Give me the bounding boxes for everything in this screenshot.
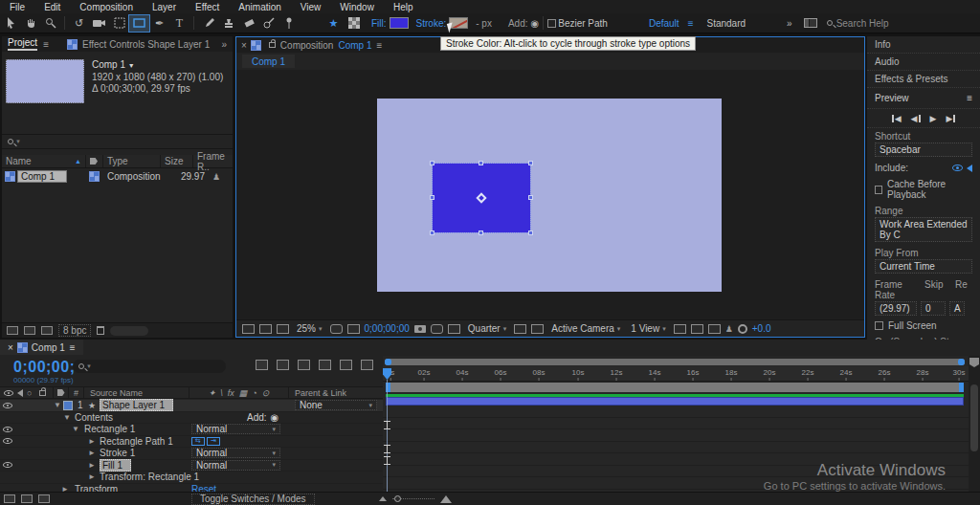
column-label[interactable]	[86, 155, 103, 167]
bezier-path-checkbox[interactable]	[547, 19, 556, 28]
panel-menu-icon[interactable]: ≡	[376, 40, 382, 51]
cache-before-playback-row[interactable]: Cache Before Playback	[867, 176, 980, 203]
project-item-name[interactable]: Comp 1	[17, 170, 67, 183]
gear-icon[interactable]	[738, 324, 747, 334]
include-audio-speaker-icon[interactable]	[967, 165, 972, 172]
type-tool-icon[interactable]: T	[169, 15, 189, 32]
shortcut-dropdown[interactable]: Spacebar	[875, 143, 972, 157]
puppet-pin-tool-icon[interactable]	[278, 15, 299, 32]
project-search[interactable]: ▼	[2, 134, 233, 149]
hide-shy-layers-icon[interactable]	[298, 360, 310, 370]
menu-help[interactable]: Help	[384, 2, 423, 12]
zoom-in-mountain-icon[interactable]	[440, 495, 452, 503]
layer-row-shape-layer-1[interactable]: ▼ 1 ★ Shape Layer 1 None ▾	[0, 400, 383, 412]
primary-viewer-icon[interactable]	[259, 324, 272, 334]
expand-in-out-icon[interactable]	[38, 494, 50, 503]
menu-composition[interactable]: Composition	[70, 2, 143, 12]
selection-handle[interactable]	[430, 161, 434, 165]
column-number[interactable]: #	[69, 387, 84, 398]
exposure-value[interactable]: +0.0	[752, 323, 771, 334]
group-row-stroke-1[interactable]: ► Stroke 1 Normal ▾	[0, 448, 383, 460]
menu-window[interactable]: Window	[330, 2, 384, 12]
group-row-transform-rectangle-1[interactable]: ► Transform: Rectangle 1	[0, 472, 383, 484]
twirl-down-icon[interactable]: ▼	[72, 425, 79, 433]
mask-visibility-icon[interactable]	[347, 324, 360, 334]
lock-icon[interactable]	[39, 390, 46, 396]
close-icon[interactable]: ×	[8, 342, 13, 353]
layer-eye-icon[interactable]	[3, 403, 12, 408]
rectangle-tool-icon[interactable]	[129, 15, 149, 32]
label-color-swatch[interactable]	[63, 401, 73, 410]
twirl-down-icon[interactable]: ▼	[54, 401, 61, 409]
selection-handle[interactable]	[479, 231, 483, 235]
shape-rectangle[interactable]	[433, 164, 530, 232]
column-name[interactable]: Name ▲	[2, 155, 86, 167]
selection-handle[interactable]	[479, 161, 483, 165]
motion-blur-icon[interactable]	[340, 360, 352, 370]
twirl-down-icon[interactable]: ▼	[63, 413, 71, 422]
zoom-slider-thumb[interactable]	[394, 495, 401, 502]
next-frame-button[interactable]: ▶	[946, 114, 955, 123]
bit-depth-button[interactable]: 8 bpc	[58, 324, 91, 337]
range-dropdown[interactable]: Work Area Extended By C	[875, 217, 972, 242]
comp-info-name[interactable]: Comp 1	[92, 59, 125, 70]
project-row-comp1[interactable]: Comp 1 Composition 29.97 ♟	[2, 169, 233, 184]
region-of-interest-icon[interactable]	[514, 324, 526, 334]
solo-icon[interactable]: ○	[27, 388, 32, 398]
roto-brush-tool-icon[interactable]	[258, 15, 278, 32]
clone-stamp-tool-icon[interactable]	[218, 15, 238, 32]
twirl-right-icon[interactable]: ►	[88, 449, 96, 457]
layer-name[interactable]: Shape Layer 1	[100, 399, 173, 411]
new-folder-icon[interactable]	[24, 326, 35, 335]
interpret-footage-icon[interactable]	[7, 326, 18, 335]
overflow-chevron-icon[interactable]: »	[787, 18, 792, 29]
workspace-menu-icon[interactable]: ≡	[688, 18, 694, 29]
workspace-standard[interactable]: Standard	[706, 18, 746, 29]
column-size[interactable]: Size	[161, 155, 193, 167]
skip-dropdown[interactable]: 0	[921, 301, 946, 316]
add-menu-icon[interactable]: ◉	[531, 18, 540, 29]
menu-effect[interactable]: Effect	[186, 2, 229, 12]
menu-file[interactable]: File	[0, 2, 34, 12]
magnification-dropdown[interactable]: 25%▾	[294, 323, 325, 334]
brush-tool-icon[interactable]	[198, 15, 218, 32]
blend-mode-dropdown[interactable]: Normal ▾	[191, 424, 280, 434]
draft-3d-icon[interactable]	[277, 360, 289, 370]
star-icon[interactable]: ★	[323, 15, 344, 32]
transparency-grid-icon[interactable]	[531, 324, 544, 334]
menu-layer[interactable]: Layer	[143, 2, 186, 12]
tab-composition-comp-name[interactable]: Comp 1	[338, 40, 371, 51]
audio-speaker-icon[interactable]	[17, 389, 23, 397]
layer-eye-icon[interactable]	[3, 438, 12, 444]
delete-icon[interactable]	[97, 326, 104, 335]
expand-layer-switches-icon[interactable]	[4, 494, 15, 503]
camera-tool-icon[interactable]	[89, 15, 109, 32]
tab-project[interactable]: Project	[8, 37, 37, 51]
camera-dropdown[interactable]: Active Camera▾	[548, 323, 623, 334]
tab-effect-controls[interactable]: Effect Controls Shape Layer 1	[82, 39, 210, 50]
play-button[interactable]: ▶	[930, 114, 937, 123]
first-frame-button[interactable]: ◀	[892, 114, 902, 123]
tab-composition-label[interactable]: Composition	[280, 40, 334, 51]
timeline-vertical-scrollbar[interactable]	[969, 356, 980, 492]
resolution-short-dropdown[interactable]: A	[949, 301, 965, 316]
group-name[interactable]: Rectangle Path 1	[100, 436, 173, 447]
layer-eye-icon[interactable]	[3, 427, 12, 432]
workspace-default[interactable]: Default	[649, 18, 679, 29]
channels-icon[interactable]	[448, 324, 460, 334]
group-name[interactable]: Stroke 1	[100, 448, 135, 458]
layer-1-track[interactable]	[386, 394, 964, 406]
flowchart-icon[interactable]: ♟	[725, 324, 733, 334]
parent-dropdown[interactable]: None ▾	[295, 400, 377, 410]
timeline-button-icon[interactable]	[708, 324, 721, 334]
blend-mode-dropdown[interactable]: Normal ▾	[191, 460, 280, 471]
blend-mode-dropdown[interactable]: Normal ▾	[191, 448, 280, 458]
twirl-right-icon[interactable]: ►	[88, 461, 96, 470]
channel-icons[interactable]	[277, 324, 289, 334]
lock-icon[interactable]	[269, 42, 276, 48]
twirl-right-icon[interactable]: ►	[88, 437, 96, 446]
timeline-navigator-bar[interactable]	[385, 359, 965, 365]
fast-previews-icon[interactable]	[691, 324, 703, 334]
hand-tool-icon[interactable]	[20, 15, 40, 32]
group-name[interactable]: Transform: Rectangle 1	[100, 472, 199, 482]
